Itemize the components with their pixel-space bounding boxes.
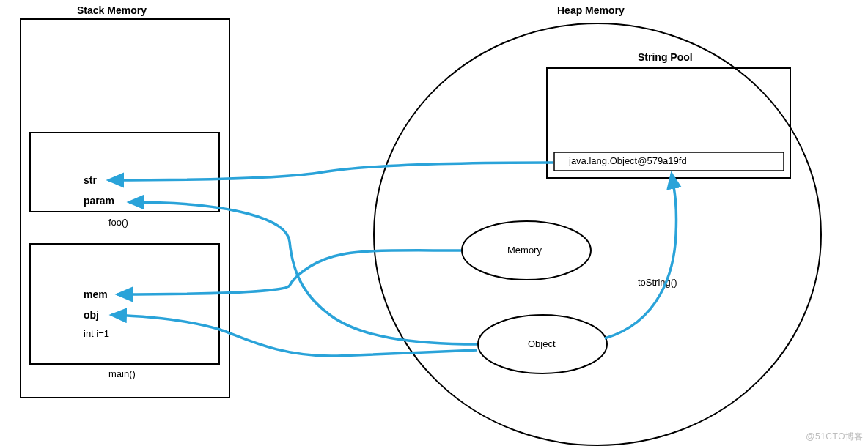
object-object-label: Object <box>528 338 556 349</box>
var-param: param <box>84 195 114 207</box>
var-str: str <box>84 174 97 186</box>
watermark: @51CTO博客 <box>806 431 864 443</box>
stack-frame-main <box>29 243 220 365</box>
memory-object-label: Memory <box>507 245 542 256</box>
var-obj: obj <box>84 309 99 321</box>
frame-label-foo: foo() <box>108 217 128 228</box>
frame-label-main: main() <box>108 368 136 379</box>
string-pool-value: java.lang.Object@579a19fd <box>569 155 687 166</box>
string-pool-title: String Pool <box>638 51 693 63</box>
var-mem: mem <box>84 289 108 300</box>
heap-ellipse <box>374 23 821 445</box>
var-int-i: int i=1 <box>84 328 109 339</box>
arrow-object-tostring <box>605 174 677 338</box>
tostring-label: toString() <box>638 277 677 288</box>
stack-frame-foo <box>29 132 220 212</box>
heap-memory-title: Heap Memory <box>557 4 625 16</box>
stack-memory-title: Stack Memory <box>77 4 147 16</box>
